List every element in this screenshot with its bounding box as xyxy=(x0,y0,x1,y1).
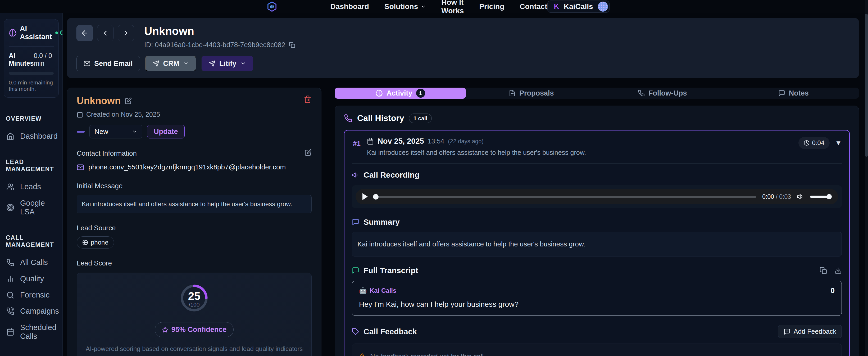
divider xyxy=(352,163,842,164)
activity-column: Activity 1 Proposals Follow-Ups Notes xyxy=(335,88,859,356)
play-button[interactable] xyxy=(363,193,368,200)
download-icon[interactable] xyxy=(834,267,842,274)
ai-assistant-card: AI Assistant Online AI Minutes 0.0 / 0 m… xyxy=(4,19,59,98)
call-feedback-title: Call Feedback xyxy=(364,327,417,336)
sidebar-item-label: Google LSA xyxy=(20,199,56,216)
home-icon xyxy=(6,132,14,140)
chevron-left-icon xyxy=(101,29,109,37)
mail-icon xyxy=(77,164,84,171)
seek-handle[interactable] xyxy=(373,194,379,200)
tab-proposals[interactable]: Proposals xyxy=(466,88,597,99)
kaicalls-logo-icon[interactable] xyxy=(267,1,278,12)
ai-minutes-label: AI Minutes xyxy=(9,52,34,67)
phone-icon xyxy=(6,259,14,267)
edit-contact-button[interactable] xyxy=(305,149,312,158)
volume-handle[interactable] xyxy=(827,194,832,199)
scrollbar-thumb[interactable] xyxy=(865,14,868,157)
back-button[interactable] xyxy=(76,25,93,41)
lead-score-card: 25 /100 95% Confidence AI-powered scorin… xyxy=(77,273,312,356)
online-label: Online xyxy=(60,29,63,36)
phone-icon xyxy=(638,90,645,97)
volume-slider[interactable] xyxy=(810,196,831,198)
section-title-lead-management: LEAD MANAGEMENT xyxy=(6,158,57,173)
collapse-call-button[interactable]: ▼ xyxy=(835,139,842,147)
send-icon xyxy=(153,60,159,67)
message-plus-icon xyxy=(784,328,790,335)
robot-icon: 🤖 xyxy=(359,287,367,294)
status-select[interactable]: New xyxy=(89,125,142,139)
transcript-box: 🤖 Kai Calls 0 Hey I'm Kai, how can I hel… xyxy=(352,281,842,316)
sidebar-item-campaigns[interactable]: Campaigns xyxy=(4,303,59,319)
prev-lead-button[interactable] xyxy=(97,25,114,41)
sidebar-item-label: Scheduled Calls xyxy=(20,323,56,341)
edit-icon xyxy=(305,149,312,156)
seek-bar[interactable] xyxy=(374,196,756,198)
lead-details-card: Unknown Created on Nov 25, 2025 New xyxy=(67,88,321,356)
nav-contact-label: Contact xyxy=(520,2,547,11)
lead-header-panel: Unknown ID: 04a916a0-1cbe-4403-bd78-7e9b… xyxy=(67,18,859,78)
avatar[interactable] xyxy=(598,2,608,12)
summary-title: Summary xyxy=(364,217,400,227)
account-pill[interactable]: K KaiCalls xyxy=(547,1,610,13)
copy-icon[interactable] xyxy=(289,42,295,48)
tab-followups[interactable]: Follow-Ups xyxy=(597,88,728,99)
message-square-icon xyxy=(352,267,359,274)
nav-solutions[interactable]: Solutions xyxy=(384,2,426,11)
clock-icon xyxy=(804,140,809,146)
bar-chart-icon xyxy=(6,275,14,283)
call-duration-badge: 0:04 xyxy=(799,137,830,149)
sidebar-item-label: Quality xyxy=(20,274,44,283)
transcript-title: Full Transcript xyxy=(364,266,418,275)
update-status-button[interactable]: Update xyxy=(147,125,185,139)
brain-icon xyxy=(9,29,17,37)
sidebar-item-all-calls[interactable]: All Calls xyxy=(4,255,59,270)
send-email-button[interactable]: Send Email xyxy=(76,56,140,71)
litify-button[interactable]: Litify xyxy=(202,56,253,71)
transcript-index: 0 xyxy=(831,287,835,295)
crm-button[interactable]: CRM xyxy=(145,56,196,71)
call-time: 13:54 xyxy=(428,137,444,145)
ai-online-badge: Online xyxy=(55,29,63,36)
nav-contact[interactable]: Contact xyxy=(520,2,547,11)
litify-label: Litify xyxy=(219,60,237,68)
sidebar-item-dashboard[interactable]: Dashboard xyxy=(4,128,59,144)
volume-icon[interactable] xyxy=(797,193,804,200)
initial-message-label: Initial Message xyxy=(77,182,123,190)
tab-notes[interactable]: Notes xyxy=(728,88,859,99)
star-icon xyxy=(162,327,168,333)
section-title-call-management: CALL MANAGEMENT xyxy=(6,234,57,248)
page-scrollbar[interactable] xyxy=(865,0,868,356)
nav-how-it-works[interactable]: How It Works xyxy=(441,0,464,15)
copy-icon[interactable] xyxy=(819,267,827,274)
tab-notes-label: Notes xyxy=(789,89,809,97)
sidebar-item-quality[interactable]: Quality xyxy=(4,271,59,287)
transcript-speaker: Kai Calls xyxy=(370,287,396,294)
nav-pricing[interactable]: Pricing xyxy=(479,2,504,11)
sidebar-item-scheduled-calls[interactable]: Scheduled Calls xyxy=(4,320,59,345)
chevron-down-icon xyxy=(183,61,189,66)
delete-lead-button[interactable] xyxy=(304,95,312,104)
call-index: #1 xyxy=(353,140,361,148)
call-count-badge: 1 call xyxy=(409,114,432,123)
feedback-empty-text: No feedback recorded yet for this call. xyxy=(370,352,486,356)
send-email-label: Send Email xyxy=(94,60,133,68)
status-indicator xyxy=(77,131,85,132)
next-lead-button[interactable] xyxy=(118,25,134,41)
mail-icon xyxy=(84,60,91,67)
add-feedback-button[interactable]: Add Feedback xyxy=(778,325,842,338)
calendar-icon xyxy=(6,328,14,336)
sidebar-item-google-lsa[interactable]: Google LSA xyxy=(4,195,59,220)
edit-icon[interactable] xyxy=(125,97,132,104)
sidebar-item-forensic[interactable]: Forensic xyxy=(4,287,59,303)
sidebar-item-leads[interactable]: Leads xyxy=(4,179,59,195)
trash-icon xyxy=(304,95,312,103)
nav-dashboard[interactable]: Dashboard xyxy=(331,2,369,11)
tab-proposals-label: Proposals xyxy=(519,89,554,97)
chevron-down-icon xyxy=(240,61,246,66)
lead-score-max: /100 xyxy=(180,301,209,308)
lead-source-badge: phone xyxy=(77,236,114,248)
call-date: Nov 25, 2025 xyxy=(377,137,424,146)
call-history-title: Call History xyxy=(357,113,404,123)
tab-activity[interactable]: Activity 1 xyxy=(335,88,466,99)
sidebar-item-label: Campaigns xyxy=(20,307,59,316)
